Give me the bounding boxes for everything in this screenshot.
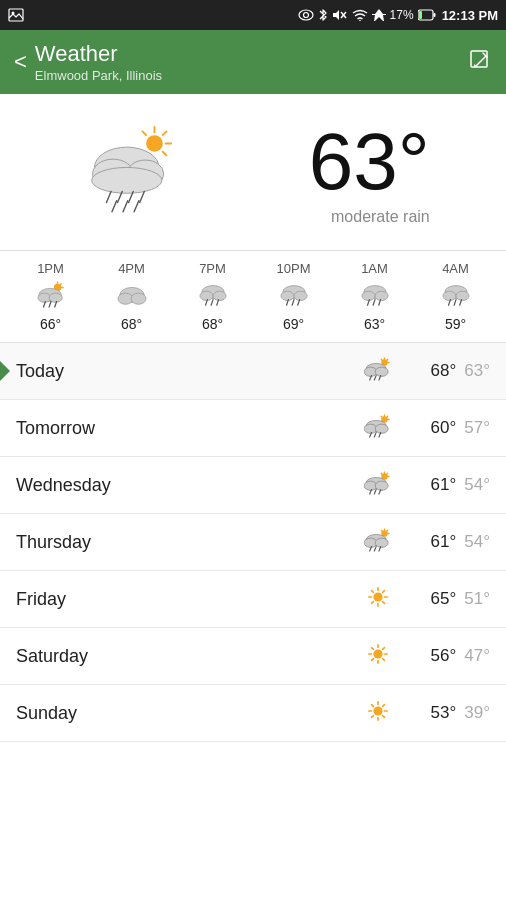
hourly-time: 1PM: [37, 261, 64, 276]
hourly-item: 7PM 68°: [183, 261, 243, 332]
bluetooth-icon: [318, 8, 328, 22]
edit-icon: [468, 48, 492, 72]
svg-line-78: [387, 416, 388, 417]
battery-icon: [418, 9, 436, 21]
hourly-section: 1PM 66° 4PM 68° 7PM: [0, 251, 506, 343]
hourly-time: 7PM: [199, 261, 226, 276]
main-weather-svg: [76, 112, 196, 222]
hourly-time: 4PM: [118, 261, 145, 276]
daily-low-temp: 39°: [464, 703, 490, 723]
svg-marker-4: [333, 10, 339, 20]
current-description: moderate rain: [331, 208, 430, 226]
daily-low-temp: 51°: [464, 589, 490, 609]
svg-point-62: [456, 291, 469, 300]
back-button[interactable]: <: [14, 49, 27, 75]
svg-line-133: [372, 716, 374, 718]
main-weather-icon: [76, 112, 196, 236]
svg-line-37: [49, 301, 51, 307]
svg-line-117: [372, 591, 374, 593]
svg-line-115: [372, 602, 374, 604]
daily-day-label: Saturday: [16, 646, 364, 667]
daily-weather-icon: [364, 642, 400, 670]
daily-low-temp: 54°: [464, 475, 490, 495]
svg-line-100: [387, 530, 388, 531]
hourly-temp: 69°: [283, 316, 304, 332]
svg-line-113: [383, 602, 385, 604]
svg-point-49: [280, 291, 293, 300]
daily-row[interactable]: Today 68° 63°: [0, 343, 506, 400]
hourly-time: 10PM: [277, 261, 311, 276]
svg-line-16: [143, 131, 147, 135]
svg-line-67: [387, 359, 388, 360]
svg-line-89: [387, 473, 388, 474]
svg-line-27: [123, 201, 128, 212]
hourly-row: 1PM 66° 4PM 68° 7PM: [0, 261, 506, 332]
photo-icon: [8, 8, 24, 22]
svg-line-25: [140, 191, 145, 202]
battery-text: 17%: [390, 8, 414, 22]
svg-line-129: [383, 705, 385, 707]
svg-line-52: [292, 300, 294, 306]
daily-low-temp: 47°: [464, 646, 490, 666]
svg-line-22: [107, 191, 112, 202]
daily-row[interactable]: Friday 65° 51°: [0, 571, 506, 628]
daily-high-temp: 60°: [431, 418, 457, 438]
hourly-icon: [197, 280, 229, 312]
svg-point-55: [361, 291, 374, 300]
daily-row[interactable]: Wednesday 61° 54°: [0, 457, 506, 514]
svg-point-56: [375, 291, 388, 300]
svg-line-102: [381, 530, 382, 531]
daily-weather-icon: [364, 585, 400, 613]
svg-point-43: [199, 291, 212, 300]
svg-line-131: [383, 716, 385, 718]
eye-icon: [298, 9, 314, 21]
hourly-item: 4AM 59°: [426, 261, 486, 332]
hourly-time: 4AM: [442, 261, 469, 276]
current-temp-block: 63° moderate rain: [309, 122, 430, 226]
svg-point-50: [294, 291, 307, 300]
svg-point-118: [373, 592, 382, 601]
daily-high-temp: 56°: [431, 646, 457, 666]
location-subtitle: Elmwood Park, Illinois: [35, 68, 162, 83]
daily-row[interactable]: Sunday 53° 39°: [0, 685, 506, 742]
svg-line-122: [383, 659, 385, 661]
hourly-temp: 59°: [445, 316, 466, 332]
daily-weather-icon: [364, 414, 400, 442]
svg-point-44: [213, 291, 226, 300]
daily-high-temp: 53°: [431, 703, 457, 723]
daily-day-label: Friday: [16, 589, 364, 610]
daily-low-temp: 54°: [464, 532, 490, 552]
svg-line-69: [381, 359, 382, 360]
daily-row[interactable]: Thursday 61° 54°: [0, 514, 506, 571]
daily-temps: 53° 39°: [400, 703, 490, 723]
daily-weather-icon: [364, 528, 400, 556]
svg-point-41: [131, 293, 146, 304]
hourly-item: 1AM 63°: [345, 261, 405, 332]
daily-low-temp: 57°: [464, 418, 490, 438]
hourly-icon: [35, 280, 67, 312]
edit-button[interactable]: [468, 48, 492, 77]
svg-line-120: [383, 648, 385, 650]
svg-line-15: [163, 152, 167, 156]
svg-point-40: [118, 293, 133, 304]
daily-row[interactable]: Saturday 56° 47°: [0, 628, 506, 685]
daily-high-temp: 65°: [431, 589, 457, 609]
svg-line-58: [373, 300, 375, 306]
status-right: 17% 12:13 PM: [298, 8, 498, 23]
daily-temps: 61° 54°: [400, 532, 490, 552]
daily-low-temp: 63°: [464, 361, 490, 381]
hourly-temp: 63°: [364, 316, 385, 332]
hourly-icon: [116, 280, 148, 312]
daily-day-label: Wednesday: [16, 475, 364, 496]
daily-row[interactable]: Tomorrow 60° 57°: [0, 400, 506, 457]
svg-line-64: [454, 300, 456, 306]
svg-point-84: [375, 424, 388, 433]
daily-temps: 60° 57°: [400, 418, 490, 438]
svg-line-75: [374, 375, 376, 380]
hourly-icon: [278, 280, 310, 312]
svg-point-73: [375, 367, 388, 376]
svg-rect-11: [471, 51, 487, 67]
svg-line-13: [163, 131, 167, 135]
svg-point-136: [373, 706, 382, 715]
svg-line-126: [372, 648, 374, 650]
